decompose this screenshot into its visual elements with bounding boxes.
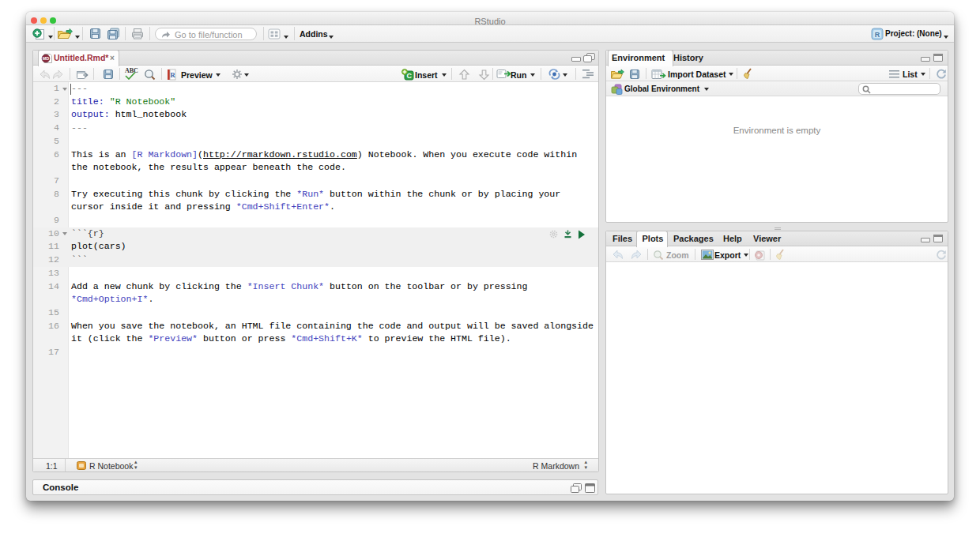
svg-text:MD: MD [43,56,50,61]
svg-text:R: R [170,71,175,79]
svg-text:R: R [875,31,880,39]
